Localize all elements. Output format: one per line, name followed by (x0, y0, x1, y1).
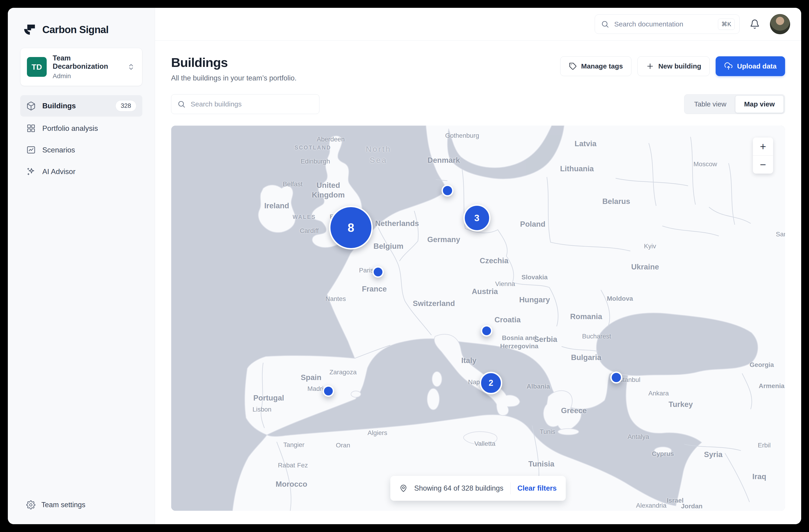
cluster-marker[interactable]: 2 (480, 372, 502, 394)
zoom-in-button[interactable]: + (753, 137, 773, 155)
sidebar-item-label: AI Advisor (42, 167, 136, 176)
manage-tags-button[interactable]: Manage tags (560, 56, 632, 76)
sidebar-item-ai-advisor[interactable]: AI Advisor (20, 161, 142, 182)
sidebar: Carbon Signal TD Team Decarbonization Ad… (8, 8, 155, 524)
building-marker[interactable] (372, 266, 384, 278)
building-marker[interactable] (610, 372, 622, 383)
gear-icon (26, 500, 35, 510)
zoom-out-button[interactable]: − (753, 156, 773, 174)
view-toggle: Table view Map view (684, 94, 785, 114)
chevron-updown-icon (126, 62, 136, 71)
page-title: Buildings (171, 55, 297, 70)
app-logo[interactable]: Carbon Signal (20, 22, 142, 37)
app-name: Carbon Signal (42, 24, 108, 35)
sidebar-item-label: Buildings (42, 102, 109, 110)
map-status-bar: Showing 64 of 328 buildings Clear filter… (390, 476, 566, 501)
map-basemap (171, 125, 785, 511)
page-content: Buildings All the buildings in your team… (155, 41, 801, 524)
plus-icon (646, 62, 654, 70)
map-view-tab[interactable]: Map view (735, 96, 784, 113)
bell-icon (750, 19, 760, 29)
table-view-tab[interactable]: Table view (686, 96, 735, 113)
notifications-button[interactable] (750, 19, 760, 29)
app-window: Carbon Signal TD Team Decarbonization Ad… (8, 8, 801, 524)
search-icon (601, 20, 609, 28)
status-text: Showing 64 of 328 buildings (414, 484, 503, 493)
screen: Carbon Signal TD Team Decarbonization Ad… (0, 0, 809, 532)
sidebar-nav: Buildings328Portfolio analysisScenariosA… (20, 95, 142, 182)
map-zoom-control: + − (753, 137, 773, 174)
sparkles-icon (26, 167, 36, 176)
sidebar-item-portfolio-analysis[interactable]: Portfolio analysis (20, 118, 142, 138)
main-area: ⌘K Buildings All the buildings in your t… (155, 8, 801, 524)
doc-search[interactable]: ⌘K (595, 15, 740, 34)
cluster-marker[interactable]: 3 (463, 204, 490, 231)
upload-cloud-icon (724, 62, 733, 71)
box-icon (26, 101, 36, 111)
sidebar-item-label: Scenarios (42, 146, 136, 154)
page-subtitle: All the buildings in your team’s portfol… (171, 74, 297, 82)
chart-icon (26, 145, 36, 155)
cluster-marker[interactable]: 8 (329, 206, 373, 250)
map-pin-icon (399, 484, 407, 492)
building-marker[interactable] (481, 325, 492, 337)
grid-icon (26, 123, 36, 133)
upload-data-button[interactable]: Upload data (716, 56, 785, 76)
building-marker[interactable] (323, 385, 334, 397)
sidebar-item-team-settings[interactable]: Team settings (20, 496, 142, 514)
clear-filters-button[interactable]: Clear filters (517, 484, 557, 493)
map-canvas[interactable]: GothenburgAberdeenSCOTLANDNorth SeaEdinb… (171, 125, 785, 511)
buildings-search-input[interactable] (190, 100, 313, 108)
sidebar-item-buildings[interactable]: Buildings328 (20, 95, 142, 117)
count-badge: 328 (116, 100, 136, 111)
logo-icon (22, 22, 37, 37)
page-actions: Manage tags New building U (560, 56, 785, 76)
topbar: ⌘K (155, 8, 801, 41)
sidebar-item-scenarios[interactable]: Scenarios (20, 140, 142, 160)
doc-search-input[interactable] (614, 20, 713, 28)
building-marker[interactable] (442, 185, 453, 196)
team-name: Team Decarbonization (53, 54, 120, 71)
keyboard-shortcut-badge: ⌘K (718, 19, 735, 30)
user-avatar[interactable] (770, 14, 790, 34)
sidebar-item-label: Portfolio analysis (42, 124, 136, 133)
tag-icon (569, 62, 577, 70)
team-role: Admin (53, 72, 120, 80)
new-building-button[interactable]: New building (637, 56, 710, 76)
team-avatar: TD (27, 57, 47, 77)
buildings-search[interactable] (171, 94, 320, 114)
team-switcher[interactable]: TD Team Decarbonization Admin (20, 48, 142, 86)
search-icon (177, 100, 186, 108)
sidebar-item-label: Team settings (41, 501, 85, 509)
